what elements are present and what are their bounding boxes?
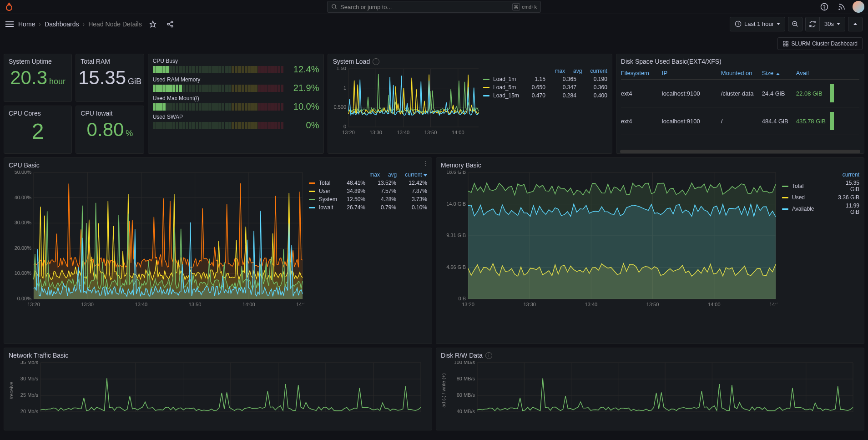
- panel-memory-basic: Memory Basic 18.6 GiB14.0 GiB9.31 GiB4.6…: [436, 157, 864, 344]
- table-row[interactable]: ext4localhost:9100/cluster-data24.4 GiB2…: [621, 80, 859, 107]
- svg-text:13:20: 13:20: [462, 302, 474, 307]
- svg-point-1: [332, 5, 336, 8]
- refresh-button[interactable]: [805, 17, 820, 31]
- grafana-logo-icon[interactable]: [4, 1, 15, 12]
- svg-text:13:20: 13:20: [27, 302, 40, 307]
- dashboard-link[interactable]: SLURM Cluster Dashboard: [777, 37, 863, 50]
- legend-item[interactable]: Load_15m0.4700.2840.400: [483, 91, 607, 100]
- gauge-value: 12.4%: [287, 64, 319, 75]
- svg-line-11: [169, 25, 171, 26]
- svg-text:9.31 GiB: 9.31 GiB: [446, 233, 466, 238]
- svg-text:13:40: 13:40: [585, 302, 598, 307]
- panel-title: CPU Iowait: [81, 110, 139, 117]
- legend-col[interactable]: current: [590, 68, 607, 74]
- disk-rw-chart[interactable]: 100 MB/s80 MB/s60 MB/s40 MB/sad (-) / wr…: [441, 361, 855, 420]
- gauge-label: Used Max Mount(/): [153, 95, 319, 101]
- table-header[interactable]: Avail: [796, 70, 830, 76]
- svg-line-14: [796, 25, 797, 26]
- svg-text:13:30: 13:30: [523, 302, 536, 307]
- legend-item[interactable]: Avaliable11.99 GiB: [782, 202, 859, 216]
- legend-col[interactable]: current: [405, 172, 427, 178]
- legend-item[interactable]: Total15.35 GiB: [782, 179, 859, 193]
- time-range-picker[interactable]: Last 1 hour: [730, 17, 785, 31]
- gauge-swap: Used SWAP 0%: [153, 114, 319, 131]
- panel-title: Disk Space Used Basic(EXT4/XFS): [621, 58, 859, 65]
- svg-text:14.0 GiB: 14.0 GiB: [446, 201, 466, 207]
- user-avatar[interactable]: [853, 1, 864, 13]
- global-search-input[interactable]: Search or jump to... ⌘ cmd+k: [327, 1, 541, 13]
- legend-item[interactable]: Load_1m1.150.3650.190: [483, 75, 607, 83]
- chevron-right-icon: ›: [39, 20, 41, 28]
- grid-icon: [782, 40, 789, 47]
- legend-item[interactable]: System12.50%4.28%3.73%: [309, 195, 427, 203]
- table-row[interactable]: ext4localhost:9100/484.4 GiB435.78 GiB: [621, 107, 859, 135]
- svg-text:14:00: 14:00: [242, 302, 255, 307]
- gauge-cpu-busy: CPU Busy 12.4%: [153, 58, 319, 75]
- legend-col[interactable]: current: [843, 172, 859, 178]
- panel-menu-icon[interactable]: ⋮: [423, 160, 429, 167]
- legend-col[interactable]: avg: [573, 68, 582, 74]
- svg-text:20 Mb/s: 20 Mb/s: [20, 409, 39, 414]
- panel-cpu-cores: CPU Cores 2: [4, 106, 72, 154]
- svg-text:20.00%: 20.00%: [15, 245, 32, 251]
- svg-text:10.00%: 10.00%: [15, 270, 32, 276]
- table-header[interactable]: Mounted on: [721, 70, 762, 76]
- table-header[interactable]: IP: [662, 70, 721, 76]
- legend-col[interactable]: max: [555, 68, 565, 74]
- stat-unit: GiB: [128, 77, 141, 86]
- breadcrumb-current: Head Node Details: [88, 20, 142, 28]
- svg-text:1: 1: [343, 85, 346, 91]
- collapse-button[interactable]: [848, 17, 863, 31]
- svg-text:18.6 GiB: 18.6 GiB: [446, 171, 466, 175]
- panel-title: Total RAM: [81, 58, 139, 65]
- system-load-chart[interactable]: 1.5010.500013:2013:3013:4013:5014:0014:1…: [333, 67, 479, 135]
- panel-system-uptime: System Uptime 20.3hour: [4, 54, 72, 102]
- legend-item[interactable]: Total48.41%13.52%12.42%: [309, 179, 427, 187]
- gauge-mount: Used Max Mount(/) 10.0%: [153, 95, 319, 112]
- panel-title: System Load: [333, 58, 370, 65]
- help-icon[interactable]: [818, 0, 831, 13]
- svg-text:13:50: 13:50: [424, 130, 437, 135]
- table-header[interactable]: Filesystem: [621, 70, 662, 76]
- legend-item[interactable]: Used3.36 GiB: [782, 193, 859, 202]
- zoom-out-button[interactable]: [788, 17, 802, 31]
- share-icon[interactable]: [164, 18, 177, 30]
- info-icon[interactable]: i: [373, 58, 379, 65]
- svg-text:30.00%: 30.00%: [15, 220, 32, 225]
- time-range-label: Last 1 hour: [744, 20, 774, 27]
- svg-text:14:00: 14:00: [452, 130, 465, 135]
- cpu-basic-chart[interactable]: 50.00%40.00%30.00%20.00%10.00%0.00%13:20…: [9, 171, 304, 307]
- scrollbar[interactable]: [620, 150, 860, 153]
- legend-item[interactable]: Load_5m0.6500.3470.360: [483, 83, 607, 91]
- panel-network-traffic: Network Traffic Basic 35 Mb/s30 Mb/s25 M…: [4, 348, 432, 430]
- panel-disk-space: Disk Space Used Basic(EXT4/XFS) Filesyst…: [616, 54, 864, 154]
- svg-point-4: [824, 9, 825, 9]
- star-icon[interactable]: [146, 18, 159, 30]
- refresh-interval-picker[interactable]: 30s: [820, 17, 845, 31]
- svg-text:30 Mb/s: 30 Mb/s: [20, 376, 39, 381]
- stat-value: 0.80: [87, 119, 124, 141]
- legend-col[interactable]: max: [369, 172, 380, 178]
- stat-value: 20.3: [10, 67, 47, 89]
- legend-col[interactable]: avg: [388, 172, 397, 178]
- menu-toggle-icon[interactable]: [5, 21, 14, 27]
- stat-unit: %: [126, 129, 133, 138]
- panel-cpu-basic: ⋮ CPU Basic 50.00%40.00%30.00%20.00%10.0…: [4, 157, 432, 344]
- svg-text:1.50: 1.50: [337, 67, 346, 71]
- stat-value: 15.35: [78, 67, 126, 89]
- svg-text:13:30: 13:30: [370, 130, 383, 135]
- svg-text:13:50: 13:50: [646, 302, 659, 307]
- legend-item[interactable]: User34.89%7.57%7.87%: [309, 187, 427, 195]
- memory-basic-chart[interactable]: 18.6 GiB14.0 GiB9.31 GiB4.66 GiB0 B13:20…: [441, 171, 777, 307]
- table-header[interactable]: Size: [762, 70, 796, 76]
- panel-disk-rw: Disk R/W Datai 100 MB/s80 MB/s60 MB/s40 …: [436, 348, 864, 430]
- svg-text:14:00: 14:00: [708, 302, 721, 307]
- network-traffic-chart[interactable]: 35 Mb/s30 Mb/s25 Mb/s20 Mb/s/receive: [9, 361, 423, 420]
- rss-icon[interactable]: [835, 0, 848, 13]
- info-icon[interactable]: i: [485, 352, 492, 359]
- svg-text:14:10: 14:10: [769, 302, 777, 307]
- breadcrumb-dashboards[interactable]: Dashboards: [45, 20, 79, 28]
- breadcrumb-home[interactable]: Home: [18, 20, 35, 28]
- legend-item[interactable]: Iowait26.74%0.79%0.10%: [309, 203, 427, 212]
- svg-marker-6: [150, 21, 156, 27]
